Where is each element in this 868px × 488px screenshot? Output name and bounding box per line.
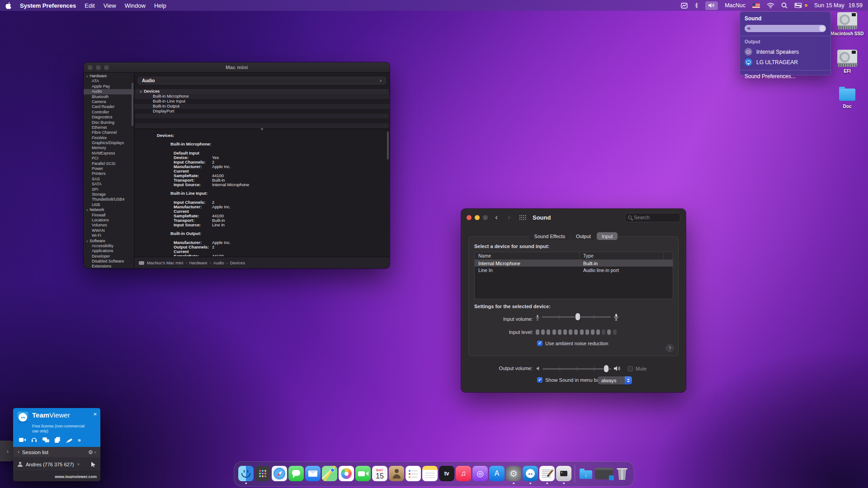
dock-icon[interactable]: ⚙ <box>506 466 521 481</box>
disclosure-chevron-icon[interactable]: ∨ <box>140 90 142 93</box>
table-header[interactable]: Name Type <box>475 252 673 260</box>
sidebar-item[interactable]: ∨Hardware <box>84 74 134 79</box>
sidebar-item[interactable]: ∨SATA <box>84 182 134 187</box>
pane-splitter[interactable] <box>134 129 390 130</box>
menu-bar-date[interactable]: Sun 15 May <box>814 2 844 9</box>
breadcrumb[interactable]: MacNuc's Mac mini <box>147 261 183 265</box>
mute-checkbox[interactable] <box>627 366 633 371</box>
output-device-item[interactable]: Internal Speakers <box>745 47 826 57</box>
active-app-menu[interactable]: System Preferences <box>20 2 76 9</box>
bluetooth-icon[interactable] <box>694 2 698 9</box>
more-actions-icon[interactable]: » <box>78 438 81 442</box>
close-icon[interactable]: × <box>93 411 97 418</box>
device-name[interactable]: MacNuc <box>725 2 745 9</box>
chevron-down-icon[interactable]: ∨ <box>17 450 20 454</box>
whiteboard-brush-icon[interactable] <box>66 437 72 443</box>
menu-item[interactable]: Help <box>154 2 166 9</box>
sidebar-item[interactable]: ∨Disabled Software <box>84 259 134 264</box>
sidebar-item[interactable]: ∨ATA <box>84 79 134 84</box>
video-call-icon[interactable] <box>19 437 26 442</box>
show-all-grid-icon[interactable] <box>519 215 526 220</box>
headset-icon[interactable] <box>31 437 37 443</box>
sidebar-item[interactable]: ∨Extensions <box>84 264 134 268</box>
dock-icon[interactable] <box>406 466 421 481</box>
sidebar-item[interactable]: ∨WWAN <box>84 228 134 233</box>
sidebar-item[interactable]: ∨NVMExpress <box>84 151 134 156</box>
sidebar-item[interactable]: ∨SPI <box>84 187 134 192</box>
apple-menu-icon[interactable] <box>5 2 11 9</box>
breadcrumb[interactable]: Hardware <box>185 261 207 265</box>
sidebar-item[interactable]: ∨Volumes <box>84 223 134 228</box>
column-type[interactable]: Type <box>580 252 664 259</box>
desktop-icon-doc-folder[interactable]: Doc <box>820 87 868 109</box>
dock-icon[interactable]: tv <box>439 466 454 481</box>
file-transfer-icon[interactable] <box>55 437 61 443</box>
device-tree-row[interactable]: Built-in Microphone <box>134 94 390 99</box>
sidebar-item[interactable]: ∨Developer <box>84 254 134 259</box>
zoom-button[interactable] <box>483 215 488 220</box>
tab[interactable]: Output <box>571 232 596 240</box>
help-button[interactable]: ? <box>666 344 674 352</box>
sidebar-item[interactable]: ∨Memory <box>84 145 134 150</box>
wifi-icon[interactable] <box>767 3 774 9</box>
control-center-icon[interactable] <box>794 3 802 8</box>
input-volume-slider[interactable] <box>542 313 611 320</box>
tab[interactable]: Sound Effects <box>529 232 570 240</box>
menu-bar-time[interactable]: 19.59 <box>849 2 863 9</box>
dock-icon[interactable]: ♫ <box>456 466 471 481</box>
volume-menu-icon[interactable] <box>705 1 718 10</box>
dock-icon[interactable]: A <box>489 466 505 481</box>
sidebar-item[interactable]: ∨Camera <box>84 99 134 104</box>
sidebar-item[interactable]: ∨Fibre Channel <box>84 130 134 135</box>
volume-slider-knob[interactable] <box>819 25 826 32</box>
close-button[interactable] <box>467 215 472 220</box>
disclosure-chevron-icon[interactable]: ∨ <box>86 208 88 211</box>
window-title-bar[interactable]: ‹ › Sound <box>461 209 686 226</box>
ambient-noise-checkbox[interactable]: ✓ <box>537 341 542 346</box>
breadcrumb[interactable]: Devices <box>226 261 245 265</box>
tab[interactable]: Input <box>597 232 618 240</box>
minimize-button[interactable] <box>475 215 480 220</box>
dock-icon[interactable] <box>614 466 630 481</box>
dock-icon[interactable] <box>255 466 270 481</box>
output-device-item[interactable]: LG ULTRAGEAR <box>745 57 826 67</box>
dock-icon[interactable] <box>288 466 304 481</box>
breadcrumb[interactable]: Audio <box>210 261 224 265</box>
devices-group-row[interactable]: ∨Devices <box>135 89 389 94</box>
dock-icon[interactable] <box>422 466 438 481</box>
sound-preferences-link[interactable]: Sound Preferences... <box>745 73 826 80</box>
menu-item[interactable]: Window <box>125 2 146 9</box>
dock-icon[interactable] <box>556 466 571 481</box>
sidebar-item[interactable]: ∨USB <box>84 202 134 207</box>
sidebar-item[interactable]: ∨Ethernet <box>84 125 134 130</box>
collapse-chevron-icon[interactable]: ∧ <box>379 79 382 83</box>
sidebar-scrollbar[interactable] <box>132 83 133 126</box>
sidebar-item[interactable]: ∨Firewall <box>84 213 134 218</box>
dock-icon[interactable] <box>539 466 555 481</box>
session-settings-gear-icon[interactable]: ⚙∨ <box>88 449 96 455</box>
sidebar-item[interactable]: ∨Wi-Fi <box>84 233 134 238</box>
sidebar-item[interactable]: ∨Disc Burning <box>84 120 134 125</box>
sidebar-item[interactable]: ∨Bluetooth <box>84 94 134 99</box>
website-link[interactable]: www.teamviewer.com <box>55 474 97 479</box>
sidebar-item[interactable]: ∨Power <box>84 166 134 171</box>
dock-icon[interactable] <box>272 466 287 481</box>
dock-icon[interactable] <box>595 468 613 479</box>
spotlight-search-icon[interactable] <box>781 2 788 9</box>
session-user-row[interactable]: Andres (776 375 627) ∨ <box>13 457 100 471</box>
search-field[interactable] <box>625 213 680 222</box>
chat-icon[interactable] <box>42 437 49 443</box>
slider-thumb[interactable] <box>604 365 609 372</box>
forward-button[interactable]: › <box>505 213 513 222</box>
menu-bar-sound-dropdown[interactable]: always <box>598 376 632 385</box>
sidebar-item[interactable]: ∨Parallel SCSI <box>84 161 134 166</box>
column-name[interactable]: Name <box>475 252 580 259</box>
output-volume-slider[interactable] <box>542 365 611 372</box>
details-scrollbar[interactable] <box>387 131 389 160</box>
device-tree-row[interactable]: Built-in Output <box>134 104 390 109</box>
back-button[interactable]: ‹ <box>492 213 500 222</box>
disclosure-chevron-icon[interactable]: ∨ <box>86 239 88 243</box>
sidebar-item[interactable]: ∨Printers <box>84 171 134 176</box>
sidebar-item[interactable]: ∨Graphics/Displays <box>84 141 134 145</box>
sidebar-item[interactable]: ∨Thunderbolt/USB4 <box>84 197 134 202</box>
